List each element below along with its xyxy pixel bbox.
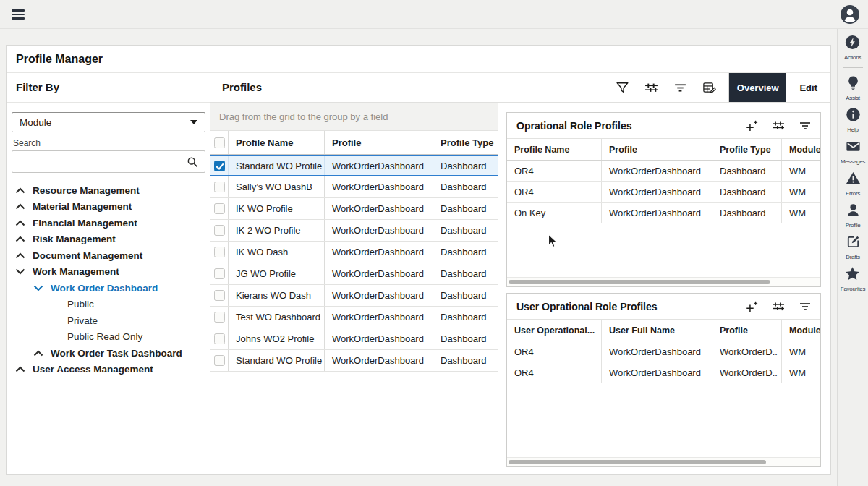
cell-profile-type: Dashboard — [433, 156, 498, 175]
column-header-profile[interactable]: Profile — [712, 320, 782, 341]
tab-overview[interactable]: Overview — [729, 73, 786, 102]
select-all-checkbox[interactable] — [214, 137, 225, 148]
sidebar-item-errors[interactable]: Errors — [845, 170, 861, 197]
row-checkbox[interactable] — [214, 182, 225, 192]
tree-item-material-management[interactable]: Material Management — [7, 199, 210, 216]
search-icon[interactable] — [187, 156, 198, 168]
grid-row[interactable]: Sally’s WO DashB WorkOrderDashboard Dash… — [210, 176, 498, 198]
column-header-profile-type[interactable]: Profile Type — [712, 139, 782, 160]
sidebar-item-help[interactable]: Help — [845, 106, 861, 133]
grid-row[interactable]: IK WO Dash WorkOrderDashboard Dashboard — [210, 242, 498, 263]
table-edit-icon[interactable] — [702, 81, 716, 95]
row-checkbox[interactable] — [214, 290, 225, 301]
table-row[interactable]: OR4 WorkOrderDashboard WorkOrderD.. WM — [507, 362, 820, 383]
column-header-profile-name[interactable]: Profile Name — [229, 131, 325, 154]
add-plus-icon[interactable] — [745, 119, 758, 132]
column-header-user-full-name[interactable]: User Full Name — [602, 320, 712, 341]
grid-row[interactable]: Test WO Dashboard WorkOrderDashboard Das… — [210, 307, 498, 328]
tree-item-risk-management[interactable]: Risk Management — [7, 231, 210, 248]
search-input[interactable] — [12, 150, 205, 173]
chevron-up-icon[interactable] — [15, 252, 27, 259]
row-checkbox[interactable] — [214, 355, 225, 366]
filter-lines-icon[interactable] — [799, 300, 812, 313]
row-checkbox[interactable] — [214, 333, 225, 344]
chevron-up-icon[interactable] — [15, 236, 27, 242]
grid-row[interactable]: IK WO Profile WorkOrderDashboard Dashboa… — [210, 198, 498, 220]
horizontal-scrollbar[interactable] — [507, 457, 820, 466]
column-header-user-operational[interactable]: User Operational... — [507, 320, 602, 341]
grid-row[interactable]: Johns WO2 Profile WorkOrderDashboard Das… — [210, 328, 498, 350]
tree-item-public-read-only[interactable]: Public Read Only — [7, 329, 210, 346]
cell-module: WM — [782, 362, 820, 383]
column-header-profile-type[interactable]: Profile Type — [433, 131, 498, 154]
table-row[interactable]: OR4 WorkOrderDashboard Dashboard WM — [507, 182, 820, 202]
chevron-up-icon[interactable] — [15, 203, 27, 210]
tree-item-document-management[interactable]: Document Management — [7, 247, 210, 264]
right-sidebar: Actions Assist Help Messages Errors Prof… — [837, 29, 868, 486]
module-dropdown[interactable]: Module — [12, 112, 205, 132]
row-checkbox[interactable] — [214, 268, 225, 279]
profiles-title: Profiles — [222, 81, 262, 93]
chevron-up-icon[interactable] — [15, 366, 27, 372]
table-row[interactable]: OR4 WorkOrderDashboard Dashboard WM — [507, 161, 820, 182]
row-checkbox[interactable] — [214, 161, 225, 171]
tree-item-private[interactable]: Private — [7, 312, 210, 329]
row-checkbox[interactable] — [214, 203, 225, 214]
cell-profile: WorkOrderD.. — [712, 341, 782, 362]
column-header-profile-name[interactable]: Profile Name — [507, 139, 602, 160]
tree-item-user-access-management[interactable]: User Access Management — [7, 362, 210, 378]
sidebar-item-drafts[interactable]: Drafts — [845, 234, 861, 260]
sidebar-item-favourites[interactable]: Favourites — [841, 265, 865, 292]
cell-user-full-name: WorkOrderDashboard — [602, 341, 712, 362]
chevron-up-icon[interactable] — [15, 220, 27, 226]
chevron-down-icon[interactable] — [33, 285, 45, 291]
row-checkbox[interactable] — [214, 225, 225, 236]
tree-item-work-management[interactable]: Work Management — [7, 264, 210, 281]
grid-row[interactable]: Standard WO Profile WorkOrderDashboard D… — [210, 155, 498, 176]
cell-profile-name: IK 2 WO Profile — [229, 220, 325, 241]
tree-item-work-order-task-dashboard[interactable]: Work Order Task Dashboard — [7, 345, 210, 362]
horizontal-scrollbar[interactable] — [507, 277, 820, 286]
sliders-icon[interactable] — [772, 119, 785, 132]
tree-item-resource-management[interactable]: Resource Management — [7, 182, 210, 199]
drafts-icon — [845, 234, 861, 253]
grid-row[interactable]: JG WO Profile WorkOrderDashboard Dashboa… — [210, 263, 498, 285]
filter-funnel-icon[interactable] — [616, 81, 629, 95]
sidebar-item-messages[interactable]: Messages — [841, 138, 865, 165]
chevron-up-icon[interactable] — [33, 350, 45, 357]
chevron-down-icon[interactable] — [15, 268, 27, 275]
chevron-up-icon[interactable] — [15, 187, 27, 194]
hamburger-menu-icon[interactable] — [12, 9, 25, 20]
sidebar-item-actions[interactable]: Actions — [844, 34, 861, 61]
scrollbar-thumb[interactable] — [509, 280, 770, 284]
profile-icon — [845, 202, 861, 221]
filter-lines-icon[interactable] — [799, 119, 812, 132]
tree-item-public[interactable]: Public — [7, 297, 210, 313]
table-row[interactable]: OR4 WorkOrderDashboard WorkOrderD.. WM — [507, 341, 820, 362]
user-avatar[interactable] — [841, 5, 859, 24]
add-plus-icon[interactable] — [745, 300, 758, 313]
cell-profile: WorkOrderDashboard — [602, 161, 712, 181]
filter-lines-icon[interactable] — [673, 81, 687, 95]
sidebar-item-label: Assist — [846, 95, 860, 101]
tree-item-work-order-dashboard[interactable]: Work Order Dashboard — [7, 280, 210, 297]
sliders-icon[interactable] — [772, 300, 785, 313]
sliders-icon[interactable] — [644, 81, 658, 95]
scrollbar-thumb[interactable] — [509, 460, 766, 464]
column-header-module[interactable]: Module — [782, 320, 820, 341]
tree-item-financial-management[interactable]: Financial Management — [7, 215, 210, 231]
sidebar-item-profile[interactable]: Profile — [845, 202, 861, 229]
row-checkbox[interactable] — [214, 312, 225, 323]
grid-row[interactable]: IK 2 WO Profile WorkOrderDashboard Dashb… — [210, 220, 498, 242]
column-header-profile[interactable]: Profile — [602, 139, 712, 160]
row-checkbox[interactable] — [214, 247, 225, 257]
column-header-profile[interactable]: Profile — [325, 131, 433, 154]
grid-row[interactable]: Kierans WO Dash WorkOrderDashboard Dashb… — [210, 285, 498, 307]
grid-row[interactable]: Standard WO Profile WorkOrderDashboard D… — [210, 350, 498, 372]
cell-profile: WorkOrderDashboard — [325, 285, 433, 306]
tree-item-label: Public Read Only — [67, 331, 142, 342]
table-row[interactable]: On Key WorkOrderDashboard Dashboard WM — [507, 202, 820, 223]
column-header-module[interactable]: Module — [782, 139, 820, 160]
sidebar-item-assist[interactable]: Assist — [845, 74, 861, 101]
tab-edit[interactable]: Edit — [786, 73, 830, 102]
